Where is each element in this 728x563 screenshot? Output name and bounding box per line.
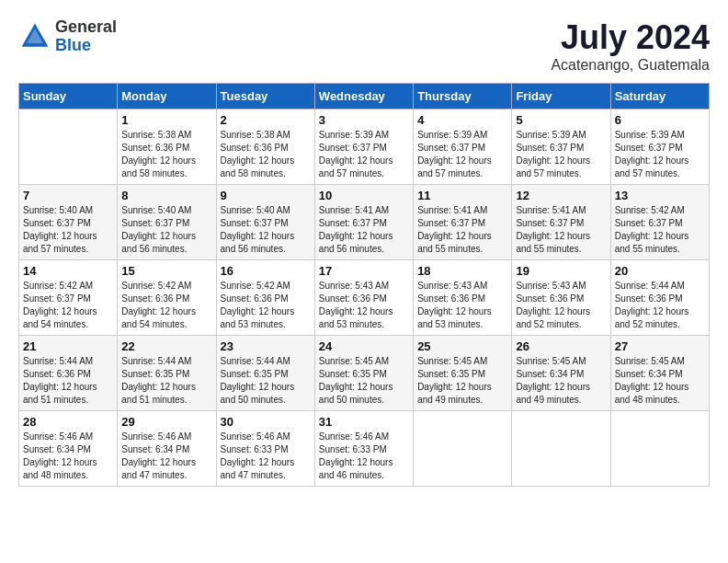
day-number: 28 bbox=[23, 415, 113, 429]
day-info: Sunrise: 5:40 AMSunset: 6:37 PMDaylight:… bbox=[121, 204, 211, 256]
day-number: 7 bbox=[23, 189, 113, 202]
day-number: 27 bbox=[615, 339, 705, 353]
day-info: Sunrise: 5:46 AMSunset: 6:33 PMDaylight:… bbox=[221, 431, 311, 482]
logo: General Blue bbox=[18, 18, 117, 55]
day-info: Sunrise: 5:42 AMSunset: 6:37 PMDaylight:… bbox=[615, 204, 705, 256]
calendar-cell: 22Sunrise: 5:44 AMSunset: 6:35 PMDayligh… bbox=[118, 336, 216, 411]
day-number: 26 bbox=[516, 339, 606, 353]
day-info: Sunrise: 5:40 AMSunset: 6:37 PMDaylight:… bbox=[23, 204, 113, 256]
calendar-cell: 28Sunrise: 5:46 AMSunset: 6:34 PMDayligh… bbox=[19, 411, 118, 487]
page-header: General Blue July 2024 Acatenango, Guate… bbox=[18, 18, 710, 74]
day-number: 13 bbox=[615, 189, 705, 202]
day-number: 4 bbox=[417, 113, 507, 127]
calendar-cell: 4Sunrise: 5:39 AMSunset: 6:37 PMDaylight… bbox=[414, 109, 512, 185]
day-info: Sunrise: 5:46 AMSunset: 6:34 PMDaylight:… bbox=[23, 431, 113, 482]
day-number: 14 bbox=[23, 264, 113, 278]
day-number: 18 bbox=[417, 264, 507, 278]
calendar-cell: 5Sunrise: 5:39 AMSunset: 6:37 PMDaylight… bbox=[512, 109, 610, 185]
day-info: Sunrise: 5:45 AMSunset: 6:35 PMDaylight:… bbox=[319, 355, 409, 407]
calendar-header-row: Sunday Monday Tuesday Wednesday Thursday… bbox=[19, 84, 710, 109]
col-wednesday: Wednesday bbox=[314, 84, 413, 109]
day-info: Sunrise: 5:42 AMSunset: 6:36 PMDaylight:… bbox=[121, 280, 211, 331]
day-number: 31 bbox=[319, 415, 409, 429]
day-number: 10 bbox=[319, 189, 409, 202]
day-number: 19 bbox=[516, 264, 606, 278]
logo-text: General Blue bbox=[55, 18, 117, 55]
col-saturday: Saturday bbox=[610, 84, 709, 109]
col-sunday: Sunday bbox=[19, 84, 118, 109]
title-block: July 2024 Acatenango, Guatemala bbox=[551, 18, 710, 74]
day-number: 16 bbox=[221, 264, 311, 278]
day-info: Sunrise: 5:43 AMSunset: 6:36 PMDaylight:… bbox=[516, 280, 606, 331]
calendar-week-row: 28Sunrise: 5:46 AMSunset: 6:34 PMDayligh… bbox=[19, 411, 710, 487]
calendar-cell: 3Sunrise: 5:39 AMSunset: 6:37 PMDaylight… bbox=[314, 109, 413, 185]
day-info: Sunrise: 5:45 AMSunset: 6:34 PMDaylight:… bbox=[615, 355, 705, 407]
day-info: Sunrise: 5:40 AMSunset: 6:37 PMDaylight:… bbox=[221, 204, 311, 256]
day-info: Sunrise: 5:45 AMSunset: 6:34 PMDaylight:… bbox=[516, 355, 606, 407]
calendar-week-row: 14Sunrise: 5:42 AMSunset: 6:37 PMDayligh… bbox=[19, 260, 710, 336]
logo-icon bbox=[18, 20, 51, 53]
day-info: Sunrise: 5:46 AMSunset: 6:34 PMDaylight:… bbox=[121, 431, 211, 482]
calendar-cell bbox=[512, 411, 610, 487]
calendar-cell: 27Sunrise: 5:45 AMSunset: 6:34 PMDayligh… bbox=[610, 336, 709, 411]
calendar-cell: 29Sunrise: 5:46 AMSunset: 6:34 PMDayligh… bbox=[118, 411, 216, 487]
day-number: 17 bbox=[319, 264, 409, 278]
calendar-cell: 25Sunrise: 5:45 AMSunset: 6:35 PMDayligh… bbox=[414, 336, 512, 411]
calendar-location: Acatenango, Guatemala bbox=[551, 57, 710, 74]
col-thursday: Thursday bbox=[414, 84, 512, 109]
day-info: Sunrise: 5:39 AMSunset: 6:37 PMDaylight:… bbox=[319, 129, 409, 180]
calendar-cell: 30Sunrise: 5:46 AMSunset: 6:33 PMDayligh… bbox=[216, 411, 314, 487]
day-info: Sunrise: 5:39 AMSunset: 6:37 PMDaylight:… bbox=[516, 129, 606, 180]
day-info: Sunrise: 5:46 AMSunset: 6:33 PMDaylight:… bbox=[319, 431, 409, 482]
day-number: 5 bbox=[516, 113, 606, 127]
day-number: 25 bbox=[417, 339, 507, 353]
day-info: Sunrise: 5:43 AMSunset: 6:36 PMDaylight:… bbox=[319, 280, 409, 331]
calendar-cell: 7Sunrise: 5:40 AMSunset: 6:37 PMDaylight… bbox=[19, 185, 118, 260]
day-number: 15 bbox=[121, 264, 211, 278]
calendar-cell: 23Sunrise: 5:44 AMSunset: 6:35 PMDayligh… bbox=[216, 336, 314, 411]
day-info: Sunrise: 5:41 AMSunset: 6:37 PMDaylight:… bbox=[516, 204, 606, 256]
day-number: 21 bbox=[23, 339, 113, 353]
calendar-cell: 14Sunrise: 5:42 AMSunset: 6:37 PMDayligh… bbox=[19, 260, 118, 336]
day-info: Sunrise: 5:38 AMSunset: 6:36 PMDaylight:… bbox=[121, 129, 211, 180]
day-info: Sunrise: 5:41 AMSunset: 6:37 PMDaylight:… bbox=[319, 204, 409, 256]
calendar-cell: 6Sunrise: 5:39 AMSunset: 6:37 PMDaylight… bbox=[610, 109, 709, 185]
day-number: 6 bbox=[615, 113, 705, 127]
calendar-cell: 31Sunrise: 5:46 AMSunset: 6:33 PMDayligh… bbox=[314, 411, 413, 487]
col-monday: Monday bbox=[118, 84, 216, 109]
day-number: 30 bbox=[221, 415, 311, 429]
calendar-cell bbox=[19, 109, 118, 185]
day-info: Sunrise: 5:44 AMSunset: 6:35 PMDaylight:… bbox=[221, 355, 311, 407]
day-number: 12 bbox=[516, 189, 606, 202]
day-info: Sunrise: 5:43 AMSunset: 6:36 PMDaylight:… bbox=[417, 280, 507, 331]
calendar-table: Sunday Monday Tuesday Wednesday Thursday… bbox=[18, 83, 710, 487]
day-number: 8 bbox=[121, 189, 211, 202]
calendar-week-row: 1Sunrise: 5:38 AMSunset: 6:36 PMDaylight… bbox=[19, 109, 710, 185]
calendar-week-row: 21Sunrise: 5:44 AMSunset: 6:36 PMDayligh… bbox=[19, 336, 710, 411]
calendar-cell: 9Sunrise: 5:40 AMSunset: 6:37 PMDaylight… bbox=[216, 185, 314, 260]
day-number: 9 bbox=[221, 189, 311, 202]
day-number: 23 bbox=[221, 339, 311, 353]
calendar-cell: 21Sunrise: 5:44 AMSunset: 6:36 PMDayligh… bbox=[19, 336, 118, 411]
day-number: 11 bbox=[417, 189, 507, 202]
calendar-cell: 19Sunrise: 5:43 AMSunset: 6:36 PMDayligh… bbox=[512, 260, 610, 336]
calendar-cell: 17Sunrise: 5:43 AMSunset: 6:36 PMDayligh… bbox=[314, 260, 413, 336]
day-info: Sunrise: 5:41 AMSunset: 6:37 PMDaylight:… bbox=[417, 204, 507, 256]
day-info: Sunrise: 5:42 AMSunset: 6:36 PMDaylight:… bbox=[221, 280, 311, 331]
day-number: 22 bbox=[121, 339, 211, 353]
calendar-cell: 1Sunrise: 5:38 AMSunset: 6:36 PMDaylight… bbox=[118, 109, 216, 185]
day-number: 29 bbox=[121, 415, 211, 429]
calendar-cell bbox=[610, 411, 709, 487]
calendar-cell: 20Sunrise: 5:44 AMSunset: 6:36 PMDayligh… bbox=[610, 260, 709, 336]
day-number: 3 bbox=[319, 113, 409, 127]
calendar-cell: 13Sunrise: 5:42 AMSunset: 6:37 PMDayligh… bbox=[610, 185, 709, 260]
calendar-cell: 18Sunrise: 5:43 AMSunset: 6:36 PMDayligh… bbox=[414, 260, 512, 336]
day-number: 20 bbox=[615, 264, 705, 278]
day-info: Sunrise: 5:44 AMSunset: 6:36 PMDaylight:… bbox=[23, 355, 113, 407]
day-number: 1 bbox=[121, 113, 211, 127]
calendar-week-row: 7Sunrise: 5:40 AMSunset: 6:37 PMDaylight… bbox=[19, 185, 710, 260]
day-info: Sunrise: 5:38 AMSunset: 6:36 PMDaylight:… bbox=[221, 129, 311, 180]
calendar-cell: 26Sunrise: 5:45 AMSunset: 6:34 PMDayligh… bbox=[512, 336, 610, 411]
calendar-title: July 2024 bbox=[551, 18, 710, 57]
day-info: Sunrise: 5:44 AMSunset: 6:35 PMDaylight:… bbox=[121, 355, 211, 407]
